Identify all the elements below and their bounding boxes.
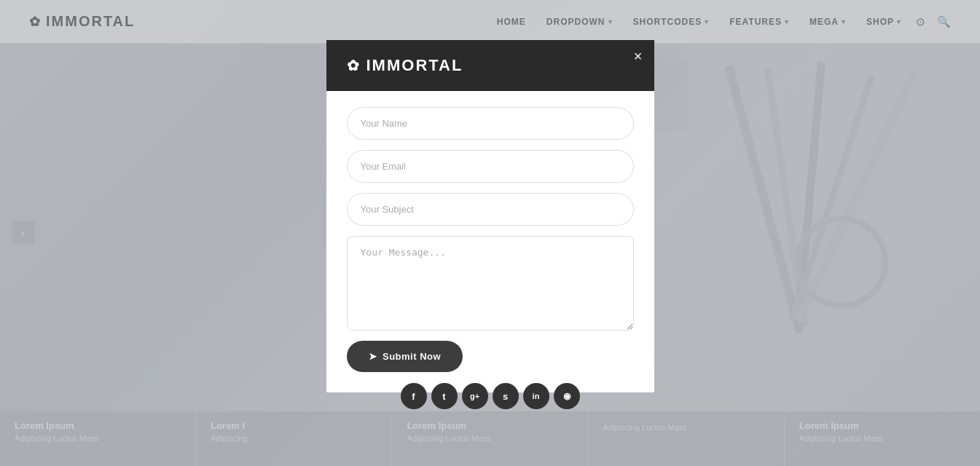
- social-skype[interactable]: s: [493, 383, 519, 409]
- message-textarea[interactable]: [347, 236, 634, 331]
- modal-logo: ✿ IMMORTAL: [347, 56, 463, 75]
- social-twitter[interactable]: t: [431, 383, 458, 409]
- contact-modal: ✿ IMMORTAL × ➤ Submit Now: [326, 40, 654, 392]
- modal-header: ✿ IMMORTAL ×: [326, 40, 654, 91]
- modal-leaf-icon: ✿: [347, 57, 361, 74]
- email-input[interactable]: [347, 150, 634, 183]
- social-googleplus[interactable]: g+: [462, 383, 488, 409]
- social-bar: f t g+ s in ◉: [401, 383, 580, 409]
- social-facebook[interactable]: f: [401, 383, 427, 409]
- send-icon: ➤: [369, 351, 377, 362]
- modal-logo-text: IMMORTAL: [366, 56, 463, 75]
- modal-close-button[interactable]: ×: [634, 49, 643, 63]
- modal-body: ➤ Submit Now: [326, 91, 654, 392]
- social-linkedin[interactable]: in: [523, 383, 549, 409]
- submit-button[interactable]: ➤ Submit Now: [347, 341, 463, 372]
- name-input[interactable]: [347, 107, 634, 140]
- submit-label: Submit Now: [383, 351, 441, 362]
- social-rss[interactable]: ◉: [554, 383, 580, 409]
- subject-input[interactable]: [347, 193, 634, 226]
